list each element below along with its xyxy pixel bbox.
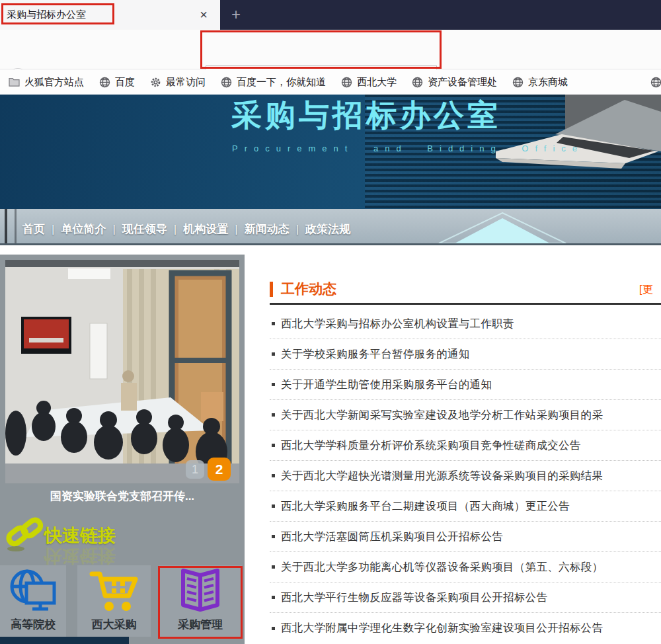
nav-tick-decoration: [5, 209, 7, 245]
bookmark-label: 资产设备管理处: [428, 76, 497, 89]
news-item[interactable]: 西北大学附属中学理化生数字化创新实验室建设项目公开招标公告: [270, 613, 661, 643]
news-link[interactable]: 西北大学采购服务平台二期建设项目（西大商城）更正公告: [281, 499, 570, 514]
bookmark-partial[interactable]: [650, 77, 661, 91]
news-link[interactable]: 西北大学平行生物反应器等设备采购项目公开招标公告: [281, 590, 547, 605]
bookmark-label: 火狐官方站点: [24, 76, 84, 89]
tile-xida-procurement[interactable]: 西大采购: [77, 565, 151, 637]
news-link[interactable]: 关于学校采购服务平台暂停服务的通知: [281, 347, 470, 362]
chain-link-icon: [5, 512, 45, 553]
globe-monitor-icon: [8, 568, 58, 614]
bookmark-label: 百度: [115, 76, 135, 89]
bullet-icon: [272, 474, 275, 477]
bullet-icon: [272, 504, 275, 508]
triangle-decoration: [436, 210, 568, 245]
bullet-icon: [272, 565, 275, 569]
nav-separator: |: [52, 223, 54, 235]
tab-close-icon[interactable]: ×: [194, 6, 213, 24]
nav-tick-decoration: [15, 209, 17, 245]
annotation-box-procurement-tile: [158, 566, 243, 639]
nav-item-home[interactable]: 首页: [22, 223, 45, 235]
bookmark-label: 最常访问: [166, 76, 206, 89]
news-item[interactable]: 西北大学平行生物反应器等设备采购项目公开招标公告: [270, 583, 661, 613]
section-accent-bar: [270, 282, 273, 297]
more-link[interactable]: [更: [639, 283, 652, 297]
news-item[interactable]: 西北大学采购服务平台二期建设项目（西大商城）更正公告: [270, 491, 661, 522]
news-link[interactable]: 关于开通学生助管使用采购服务平台的通知: [281, 378, 492, 392]
news-item[interactable]: 关于西北大学超快光谱测量用光源系统等设备采购项目的采购结果: [270, 461, 661, 491]
globe-icon: [99, 77, 110, 88]
bookmark-most-visited[interactable]: 最常访问: [150, 76, 206, 89]
bookmark-asset-dept[interactable]: 资产设备管理处: [412, 76, 497, 89]
section-title: 工作动态: [281, 280, 336, 298]
bullet-icon: [272, 444, 275, 447]
news-section: 工作动态 [更 西北大学采购与招标办公室机构设置与工作职责 关于学校采购服务平台…: [261, 255, 661, 644]
nav-item-news[interactable]: 新闻动态: [245, 223, 290, 235]
bullet-icon: [272, 322, 275, 325]
quick-links-reflection: 快速链接: [44, 544, 116, 568]
slideshow-page-1[interactable]: 1: [186, 460, 204, 479]
news-item[interactable]: 关于开通学生助管使用采购服务平台的通知: [270, 370, 661, 400]
bullet-icon: [272, 596, 275, 599]
bookmark-nwu[interactable]: 西北大学: [341, 76, 397, 89]
news-link[interactable]: 西北大学活塞圆筒压机采购项目公开招标公告: [281, 530, 503, 544]
bookmark-label: 西北大学: [357, 76, 397, 89]
section-underline: [270, 303, 661, 305]
tile-label: 西大采购: [77, 617, 151, 632]
bookmark-jd[interactable]: 京东商城: [512, 76, 568, 89]
banner-title: 采购与招标办公室: [231, 95, 501, 136]
globe-icon: [221, 77, 232, 88]
folder-icon: [9, 77, 20, 87]
slideshow-photo[interactable]: [5, 260, 239, 483]
news-item[interactable]: 西北大学活塞圆筒压机采购项目公开招标公告: [270, 522, 661, 552]
news-link[interactable]: 关于西北大学新闻采写实验室建设及地学分析工作站采购项目的采: [281, 408, 603, 423]
news-item[interactable]: 关于学校采购服务平台暂停服务的通知: [270, 339, 661, 370]
bullet-icon: [272, 352, 275, 356]
gear-icon: [150, 77, 161, 88]
news-list: 西北大学采购与招标办公室机构设置与工作职责 关于学校采购服务平台暂停服务的通知 …: [270, 309, 661, 643]
slideshow-caption[interactable]: 国资实验联合党支部召开传...: [0, 483, 245, 510]
site-nav-bar: 首页|单位简介|现任领导|机构设置|新闻动态|政策法规: [0, 209, 661, 245]
globe-icon: [512, 77, 524, 88]
globe-icon: [650, 77, 661, 88]
nav-item-leaders[interactable]: 现任领导: [122, 223, 167, 235]
news-link[interactable]: 关于西北大学多功能离心机等仪器设备采购项目（第五、六标段）: [281, 560, 603, 575]
site-banner: 采购与招标办公室 Procurement and Bidding Office: [0, 95, 661, 209]
nav-separator: |: [112, 223, 115, 235]
bookmark-label: 京东商城: [528, 76, 568, 89]
banner-subtitle: Procurement and Bidding Office: [232, 143, 584, 153]
nav-separator: |: [296, 223, 299, 235]
news-link[interactable]: 西北大学附属中学理化生数字化创新实验室建设项目公开招标公告: [281, 621, 603, 635]
nav-item-structure[interactable]: 机构设置: [183, 223, 228, 235]
news-link[interactable]: 西北大学学科质量分析评价系统采购项目竞争性磋商成交公告: [281, 438, 581, 453]
tile-universities[interactable]: 高等院校: [0, 565, 66, 637]
news-link[interactable]: 关于西北大学超快光谱测量用光源系统等设备采购项目的采购结果: [281, 469, 603, 483]
bookmarks-bar: 火狐官方站点 百度 最常访问 百度一下，你就知道 西北大学 资产设备管理处 京东…: [0, 69, 661, 95]
globe-icon: [412, 77, 423, 88]
nav-item-about[interactable]: 单位简介: [61, 223, 106, 235]
nav-separator: |: [235, 223, 237, 235]
annotation-box-address-bar: [200, 30, 442, 69]
news-item[interactable]: 西北大学学科质量分析评价系统采购项目竞争性磋商成交公告: [270, 430, 661, 461]
footer-strip: [0, 637, 129, 644]
news-item[interactable]: 西北大学采购与招标办公室机构设置与工作职责: [270, 309, 661, 339]
bullet-icon: [272, 383, 275, 386]
news-item[interactable]: 关于西北大学新闻采写实验室建设及地学分析工作站采购项目的采: [270, 400, 661, 430]
bullet-icon: [272, 627, 275, 630]
new-tab-button[interactable]: +: [225, 5, 247, 26]
annotation-box-tab-title: [1, 3, 114, 24]
nav-item-policy[interactable]: 政策法规: [305, 223, 350, 235]
slideshow-page-2-active[interactable]: 2: [208, 458, 231, 481]
bookmark-label: 百度一下，你就知道: [237, 76, 326, 89]
bullet-icon: [272, 535, 275, 538]
bullet-icon: [272, 413, 275, 417]
globe-icon: [341, 77, 352, 88]
bookmark-firefox-sites[interactable]: 火狐官方站点: [9, 76, 84, 89]
news-item[interactable]: 关于西北大学多功能离心机等仪器设备采购项目（第五、六标段）: [270, 552, 661, 583]
nav-separator: |: [174, 223, 176, 235]
tile-label: 高等院校: [0, 617, 66, 632]
bookmark-baidu[interactable]: 百度: [99, 76, 135, 89]
site-menu: 首页|单位简介|现任领导|机构设置|新闻动态|政策法规: [22, 221, 350, 237]
cart-icon: [89, 568, 140, 614]
news-link[interactable]: 西北大学采购与招标办公室机构设置与工作职责: [281, 317, 514, 331]
bookmark-baidu-search[interactable]: 百度一下，你就知道: [221, 76, 326, 89]
